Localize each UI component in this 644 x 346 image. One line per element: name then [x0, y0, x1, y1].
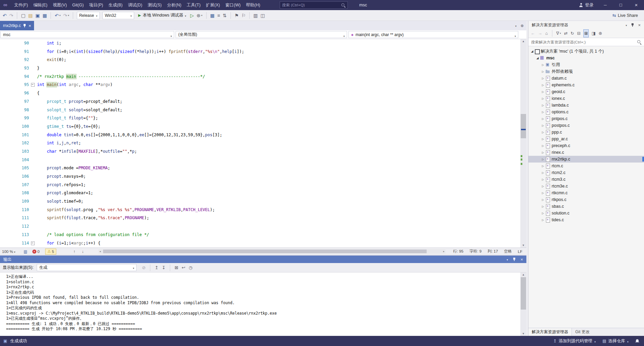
tree-item-rnx2rtkp.c[interactable]: ▷rnx2rtkp.c [528, 156, 644, 163]
code-line[interactable]: 111 sprintf(filopt.trace,"%s.trace",PROG… [0, 214, 520, 222]
expand-arrow-icon[interactable]: ▷ [541, 104, 545, 107]
notifications-icon[interactable] [635, 339, 639, 343]
menu-item[interactable]: 扩展(X) [203, 0, 223, 10]
forward-icon[interactable]: → [538, 30, 543, 37]
redo-icon[interactable]: ↷▾ [63, 12, 69, 19]
scroll-right-icon[interactable]: ▸ [443, 249, 444, 254]
code-line[interactable]: 103 char *infile[MAXFILE],*outfile="",*p… [0, 147, 520, 156]
menu-item[interactable]: 生成(B) [106, 0, 125, 10]
compare-icon[interactable]: ◫ [260, 12, 265, 19]
quick-search-box[interactable] [280, 1, 348, 9]
tree-item-preceph.c[interactable]: ▷preceph.c [528, 142, 644, 149]
tab-git-changes[interactable]: Git 更改 [572, 328, 593, 336]
expand-arrow-icon[interactable]: ▷ [541, 117, 545, 120]
clear-all-icon[interactable]: ⊠ [175, 264, 178, 271]
collapse-all-icon[interactable]: ⊟ [577, 30, 580, 37]
tree-item-geoid.c[interactable]: ▷geoid.c [528, 88, 644, 95]
pin-icon[interactable] [631, 23, 634, 27]
outline-icon[interactable]: ≡ [217, 12, 220, 19]
tree-item-ionex.c[interactable]: ▷ionex.c [528, 95, 644, 102]
start-debug-button[interactable]: ▶本地 Windows 调试器 [137, 12, 188, 18]
menu-item[interactable]: 工具(T) [184, 0, 203, 10]
expand-arrow-icon[interactable]: ▷ [541, 178, 545, 181]
expand-arrow-icon[interactable]: ▷ [541, 144, 545, 147]
chevron-down-icon[interactable] [625, 23, 627, 27]
code-line[interactable]: 95int main(int argc, char **argv) [0, 81, 520, 89]
tab-rnx2rtkp[interactable]: rnx2rtkp.c [0, 21, 34, 30]
expand-arrow-icon[interactable]: ▷ [541, 219, 545, 222]
tree-item-rtcm.c[interactable]: ▷rtcm.c [528, 163, 644, 169]
word-wrap-icon[interactable]: ↩ [182, 264, 185, 271]
expand-arrow-icon[interactable]: ▷ [541, 84, 545, 87]
expand-arrow-icon[interactable]: ▷ [541, 165, 545, 168]
search-icon[interactable] [341, 3, 345, 7]
char-indicator[interactable]: 字符: 9 [469, 249, 482, 254]
tree-item-rtkcmn.c[interactable]: ▷rtkcmn.c [528, 190, 644, 196]
close-icon[interactable] [29, 23, 31, 28]
search-icon[interactable] [637, 40, 641, 44]
tree-item-postpos.c[interactable]: ▷postpos.c [528, 122, 644, 129]
editor-vertical-scrollbar[interactable]: ▲ ▼ [520, 39, 526, 248]
solution-explorer-header[interactable]: 解决方案资源管理器 × [528, 21, 644, 29]
next-message-icon[interactable]: ↧ [162, 264, 165, 271]
code-line[interactable]: 108 prcopt.glomodear=1; [0, 189, 520, 197]
expand-arrow-icon[interactable]: ◢ [535, 56, 540, 60]
code-line[interactable]: 90 int i; [0, 39, 520, 48]
menu-item[interactable]: 分析(N) [164, 0, 184, 10]
code-line[interactable]: 112 [0, 222, 520, 231]
scope-dropdown[interactable]: (全局范围) [176, 31, 347, 38]
previous-message-icon[interactable]: ↥ [155, 264, 158, 271]
expand-arrow-icon[interactable]: ▷ [541, 131, 545, 134]
tree-item-solution.c[interactable]: ▷solution.c [528, 210, 644, 217]
tree-item-rtcm2.c[interactable]: ▷rtcm2.c [528, 169, 644, 176]
health-indicator-icon[interactable]: ▥ [24, 248, 27, 255]
tree-item-tides.c[interactable]: ▷tides.c [528, 217, 644, 223]
output-scrollbar[interactable]: ▲ ▼ [520, 272, 526, 336]
close-icon[interactable]: × [520, 257, 523, 262]
select-repository-button[interactable]: ▤ 选择仓库 [603, 338, 628, 344]
code-line[interactable]: 105 prcopt.mode =PMODE_KINEMA; [0, 164, 520, 172]
code-line[interactable]: 93} [0, 64, 520, 73]
code-line[interactable]: 91 for (i=0;i<(int)(sizeof(help)/sizeof(… [0, 48, 520, 56]
scroll-down-icon[interactable]: ▼ [520, 244, 526, 247]
code-line[interactable]: 94/* rnx2rtkp main ---------------------… [0, 73, 520, 81]
tree-item-rtcm3e.c[interactable]: ▷rtcm3e.c [528, 183, 644, 190]
filter-icon[interactable]: ∇▾ [556, 30, 561, 37]
show-all-files-icon[interactable]: ⊞ [584, 30, 588, 37]
expand-arrow-icon[interactable]: ▷ [541, 90, 545, 93]
tree-item-datum.c[interactable]: ▷datum.c [528, 75, 644, 82]
code-line[interactable]: 92 exit(0); [0, 56, 520, 64]
nav-back-icon[interactable]: ↶ [3, 12, 7, 19]
timestamp-icon[interactable]: ◷ [189, 264, 192, 271]
undo-icon[interactable]: ↶▾ [55, 12, 60, 19]
vs-logo-icon[interactable] [3, 0, 7, 10]
output-panel-header[interactable]: 输出 × [0, 256, 526, 263]
live-share-button[interactable]: ⇆ Live Share [612, 13, 641, 18]
output-source-dropdown[interactable]: 生成 [37, 264, 136, 271]
tree-item-project[interactable]: ◢msc [528, 55, 644, 61]
tree-item-solution[interactable]: ◢解决方案 'msc' (1 个项目, 共 1 个) [528, 48, 644, 55]
scroll-down-icon[interactable]: ▼ [520, 332, 526, 335]
menu-item[interactable]: 文件(F) [11, 0, 31, 10]
expand-arrow-icon[interactable]: ▷ [541, 124, 545, 127]
expand-arrow-icon[interactable]: ▷ [541, 151, 545, 154]
scroll-up-icon[interactable]: ▲ [520, 273, 526, 276]
find-in-files-icon[interactable]: ▥ [253, 12, 258, 19]
code-editor[interactable]: 90 int i;91 for (i=0;i<(int)(sizeof(help… [0, 39, 526, 248]
expand-arrow-icon[interactable]: ▷ [541, 70, 545, 73]
tree-item-options.c[interactable]: ▷options.c [528, 109, 644, 115]
tree-item-ppp.c[interactable]: ▷ppp.c [528, 129, 644, 136]
eol-indicator[interactable]: LF [518, 250, 522, 254]
tab-options-icon[interactable]: ⊛ [521, 24, 524, 28]
find-message-icon[interactable]: ⊘ [142, 264, 146, 271]
expand-arrow-icon[interactable]: ▷ [541, 138, 545, 141]
expand-arrow-icon[interactable]: ▷ [541, 111, 545, 114]
outline-collapse-icon[interactable] [29, 239, 37, 248]
code-line[interactable]: 107 prcopt.refpos=1; [0, 181, 520, 189]
project-dropdown[interactable]: msc [0, 31, 174, 38]
editor-horizontal-scrollbar[interactable]: ◂ ▸ [98, 249, 446, 254]
code-line[interactable]: 106 prcopt.navsys=0; [0, 172, 520, 181]
scrollbar-thumb[interactable] [103, 250, 427, 253]
sync-icon[interactable]: ⇄ [564, 30, 567, 37]
scroll-left-icon[interactable]: ◂ [99, 249, 101, 254]
